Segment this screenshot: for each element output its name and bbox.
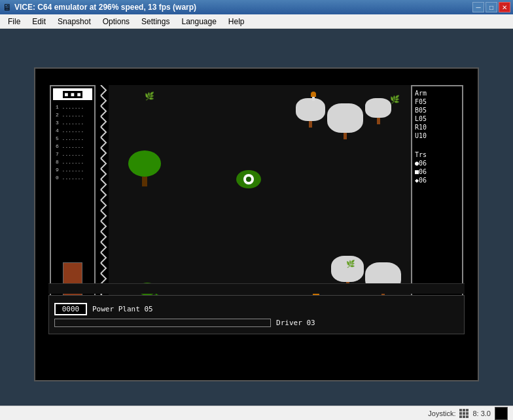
num-1: 1 ....... [53, 103, 92, 111]
dot-4 [459, 412, 462, 415]
eye-enemy [236, 170, 261, 188]
titlebar-buttons: ─ □ ✕ [472, 2, 510, 12]
info-row-2: Driver 03 [54, 319, 459, 327]
close-button[interactable]: ✕ [499, 2, 510, 12]
maximize-button[interactable]: □ [486, 2, 497, 12]
stat-l05: L05 [415, 114, 459, 123]
dot-5 [463, 412, 465, 415]
info-bar: 0000 Power Plant 05 Driver 03 [48, 295, 465, 334]
stat-arm: Arm [415, 89, 459, 97]
progress-bar [54, 319, 271, 327]
driver-label: Driver 03 [276, 319, 315, 327]
num-9: 9 ....... [53, 166, 92, 174]
leaf-top-right: 🌿 [390, 95, 400, 104]
stat-trs: Trs [415, 150, 459, 159]
dot-2 [463, 409, 465, 411]
main-area: ■ ■ ■ 1 ....... 2 ....... 3 ....... 4 ..… [0, 29, 513, 420]
stat-diamond06: ◆06 [415, 176, 459, 184]
power-label: Power Plant 05 [92, 305, 153, 313]
menu-snapshot[interactable]: Snapshot [52, 16, 96, 27]
info-row-1: 0000 Power Plant 05 [54, 303, 459, 315]
window-title: VICE: C64 emulator at 296% speed, 13 fps… [14, 3, 196, 12]
stat-b05: B05 [415, 106, 459, 114]
menu-language[interactable]: Language [176, 16, 221, 27]
dot-6 [466, 412, 469, 415]
num-5: 5 ....... [53, 135, 92, 143]
stat-f05: F05 [415, 97, 459, 106]
num-3: 3 ....... [53, 119, 92, 127]
menu-options[interactable]: Options [97, 16, 135, 27]
dot-1 [459, 409, 462, 411]
menu-edit[interactable]: Edit [27, 16, 51, 27]
num-2: 2 ....... [53, 111, 92, 119]
leaf-top-left: 🌿 [145, 92, 154, 101]
num-4: 4 ....... [53, 127, 92, 135]
joystick-dots [459, 409, 469, 418]
menu-file[interactable]: File [3, 16, 26, 27]
num-8: 8 ....... [53, 158, 92, 166]
ground-strip [48, 283, 465, 294]
score-display: ■ ■ ■ [53, 88, 92, 100]
medium-tree [128, 150, 161, 186]
white-trees-top [296, 98, 391, 139]
stat-u10: U10 [415, 131, 459, 140]
dot-9 [466, 415, 469, 418]
stat-block-2: Trs ●06 ■06 ◆06 [415, 150, 459, 184]
leaf-bottom-right: 🌿 [346, 260, 355, 268]
coordinates: 8: 3.0 [472, 410, 491, 417]
emulator-screen: ■ ■ ■ 1 ....... 2 ....... 3 ....... 4 ..… [34, 67, 479, 381]
dot-8 [463, 415, 465, 418]
titlebar: 🖥 VICE: C64 emulator at 296% speed, 13 f… [0, 0, 513, 14]
menubar: File Edit Snapshot Options Settings Lang… [0, 14, 513, 29]
dot-7 [459, 415, 462, 418]
statusbar: Joystick: 8: 3.0 [0, 406, 513, 420]
app-icon: 🖥 [3, 2, 12, 12]
stat-circle06: ●06 [415, 159, 459, 167]
num-0: 0 ....... [53, 174, 92, 182]
game-area: ■ ■ ■ 1 ....... 2 ....... 3 ....... 4 ..… [42, 75, 471, 341]
minimize-button[interactable]: ─ [472, 2, 484, 12]
dot-3 [466, 409, 469, 411]
menu-settings[interactable]: Settings [136, 16, 175, 27]
stat-square06: ■06 [415, 167, 459, 176]
stat-r10: R10 [415, 123, 459, 131]
num-7: 7 ....... [53, 150, 92, 158]
menu-help[interactable]: Help [223, 16, 250, 27]
preview-square [495, 407, 508, 420]
mushroom-top [311, 92, 316, 101]
num-6: 6 ....... [53, 143, 92, 150]
stat-block-1: Arm F05 B05 L05 R10 U10 [415, 89, 459, 140]
titlebar-left: 🖥 VICE: C64 emulator at 296% speed, 13 f… [3, 2, 196, 12]
score-box: 0000 [54, 303, 87, 315]
joystick-label: Joystick: [428, 410, 455, 417]
